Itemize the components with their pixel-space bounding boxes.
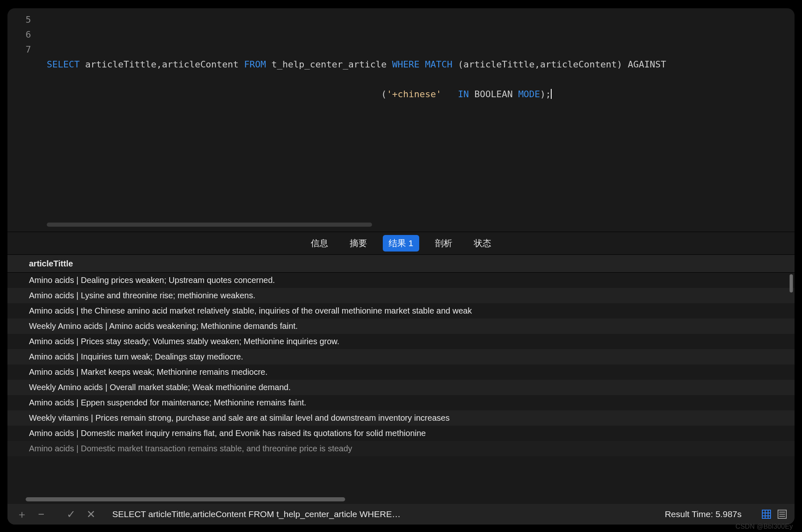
results-column-header[interactable]: articleTittle: [7, 254, 795, 273]
table-row[interactable]: Weekly Amino acids | Overall market stab…: [7, 380, 795, 395]
remove-button[interactable]: −: [36, 509, 46, 520]
kw-select: SELECT: [47, 59, 79, 69]
sql-editor[interactable]: 5 6 7 SELECT articleTittle,articleConten…: [7, 8, 795, 232]
tab-info[interactable]: 信息: [305, 235, 334, 252]
table-row[interactable]: Amino acids | the Chinese amino acid mar…: [7, 303, 795, 319]
add-button[interactable]: ＋: [15, 509, 29, 520]
sql-match-args: (articleTittle,articleContent): [452, 59, 628, 69]
table-row[interactable]: Amino acids | Market keeps weak; Methion…: [7, 364, 795, 380]
table-row[interactable]: Amino acids | Lysine and threonine rise;…: [7, 288, 795, 303]
scrollbar-thumb[interactable]: [47, 223, 372, 227]
code-area[interactable]: SELECT articleTittle,articleContent FROM…: [47, 12, 786, 132]
table-row[interactable]: Amino acids | Prices stay steady; Volume…: [7, 334, 795, 349]
table-row[interactable]: Amino acids | Inquiries turn weak; Deali…: [7, 349, 795, 364]
sql-table: t_help_center_article: [266, 59, 392, 69]
code-line[interactable]: ('+chinese' IN BOOLEAN MODE);: [47, 87, 786, 102]
table-row[interactable]: Amino acids | Domestic market inquiry re…: [7, 426, 795, 441]
line-number: 5: [7, 12, 38, 27]
form-view-icon[interactable]: [777, 509, 787, 519]
code-line[interactable]: [47, 27, 786, 42]
results-vertical-scrollbar[interactable]: [790, 274, 793, 292]
app-window: 5 6 7 SELECT articleTittle,articleConten…: [7, 8, 795, 525]
kw-in: IN: [458, 89, 469, 99]
editor-horizontal-scrollbar[interactable]: [47, 223, 786, 228]
table-row[interactable]: Amino acids | Domestic market transactio…: [7, 441, 795, 456]
results-tabbar: 信息 摘要 结果 1 剖析 状态: [7, 232, 795, 254]
confirm-button[interactable]: ✓: [65, 509, 77, 520]
kw-boolean: BOOLEAN: [474, 89, 518, 99]
statusbar-query-text: SELECT articleTittle,articleContent FROM…: [112, 509, 401, 519]
scrollbar-thumb[interactable]: [26, 497, 345, 501]
tab-summary[interactable]: 摘要: [344, 235, 373, 252]
status-bar: ＋ − ✓ ✕ SELECT articleTittle,articleCont…: [7, 504, 795, 525]
line-number: 7: [7, 42, 38, 57]
sql-string-literal: '+chinese': [387, 89, 441, 99]
kw-against: AGAINST: [628, 59, 666, 69]
results-horizontal-scrollbar[interactable]: [26, 497, 786, 502]
results-rows: Amino acids | Dealing prices weaken; Ups…: [7, 273, 795, 496]
kw-mode: MODE: [518, 89, 540, 99]
table-row[interactable]: Amino acids | Dealing prices weaken; Ups…: [7, 273, 795, 288]
result-time-label: Result Time: 5.987s: [665, 509, 742, 519]
sql-columns: articleTittle,articleContent: [79, 59, 244, 69]
tab-results[interactable]: 结果 1: [383, 235, 419, 252]
kw-match: MATCH: [425, 59, 452, 69]
grid-view-icon[interactable]: [761, 509, 771, 519]
column-header-label: articleTittle: [29, 259, 73, 268]
tab-status[interactable]: 状态: [468, 235, 497, 252]
line-number: 6: [7, 27, 38, 42]
kw-from: FROM: [244, 59, 266, 69]
tab-profile[interactable]: 剖析: [429, 235, 458, 252]
svg-rect-0: [762, 510, 771, 518]
table-row[interactable]: Weekly Amino acids | Amino acids weakeni…: [7, 319, 795, 334]
results-grid[interactable]: Amino acids | Dealing prices weaken; Ups…: [7, 273, 795, 504]
code-line[interactable]: SELECT articleTittle,articleContent FROM…: [47, 57, 786, 72]
cancel-button[interactable]: ✕: [85, 509, 97, 520]
kw-where: WHERE: [392, 59, 419, 69]
text-cursor: [551, 89, 552, 99]
watermark: CSDN @Bbl300Ey: [735, 523, 793, 530]
line-number-gutter: 5 6 7: [7, 12, 38, 57]
table-row[interactable]: Amino acids | Eppen suspended for mainte…: [7, 395, 795, 410]
table-row[interactable]: Weekly vitamins | Prices remain strong, …: [7, 410, 795, 426]
